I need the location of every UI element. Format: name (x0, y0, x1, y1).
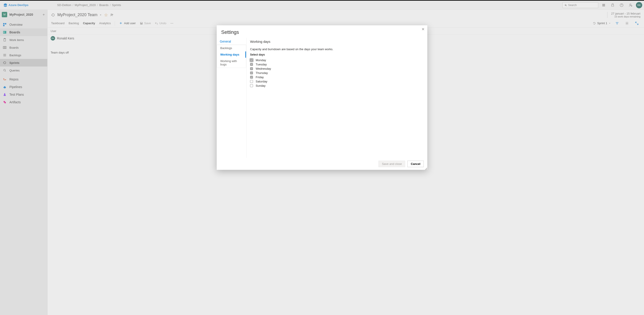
day-label: Sunday (256, 84, 266, 88)
day-row[interactable]: Friday (250, 75, 424, 79)
settings-nav-header[interactable]: General (217, 38, 246, 44)
save-and-close-button: Save and close (378, 161, 405, 167)
day-row[interactable]: Sunday (250, 84, 424, 88)
day-checkbox[interactable] (250, 72, 253, 74)
day-row[interactable]: Thursday (250, 71, 424, 75)
day-label: Thursday (256, 71, 268, 74)
day-row[interactable]: Tuesday (250, 62, 424, 66)
close-icon (422, 28, 425, 31)
days-list: MondayTuesdayWednesdayThursdayFridaySatu… (250, 58, 424, 88)
day-label: Tuesday (256, 63, 267, 66)
resize-handle[interactable] (424, 167, 427, 170)
dialog-close-button[interactable] (422, 28, 425, 32)
day-label: Friday (256, 76, 264, 79)
settings-panel: Working days Capacity and burndown are b… (246, 38, 427, 158)
cancel-button[interactable]: Cancel (407, 161, 424, 167)
settings-dialog: Settings General Backlogs Working days W… (217, 25, 427, 170)
select-days-label: Select days (250, 53, 424, 56)
settings-item-workingdays[interactable]: Working days (217, 51, 246, 58)
day-checkbox[interactable] (250, 76, 253, 79)
day-checkbox[interactable] (250, 67, 253, 70)
dialog-title: Settings (217, 25, 427, 38)
settings-item-bugs[interactable]: Working with bugs (217, 58, 246, 68)
panel-description: Capacity and burndown are based on the d… (250, 48, 424, 51)
dialog-footer: Save and close Cancel (217, 158, 427, 170)
day-checkbox[interactable] (250, 63, 253, 66)
day-label: Saturday (256, 80, 267, 83)
day-row[interactable]: Saturday (250, 79, 424, 84)
dialog-layer: Settings General Backlogs Working days W… (0, 1, 644, 315)
panel-title: Working days (250, 40, 424, 44)
day-label: Wednesday (256, 67, 271, 70)
day-label: Monday (256, 58, 266, 62)
day-checkbox[interactable] (250, 80, 253, 83)
day-checkbox[interactable] (250, 59, 253, 62)
day-row[interactable]: Monday (250, 58, 424, 62)
day-checkbox[interactable] (250, 84, 253, 87)
settings-nav: General Backlogs Working days Working wi… (217, 38, 246, 158)
day-row[interactable]: Wednesday (250, 66, 424, 71)
settings-item-backlogs[interactable]: Backlogs (217, 45, 246, 51)
